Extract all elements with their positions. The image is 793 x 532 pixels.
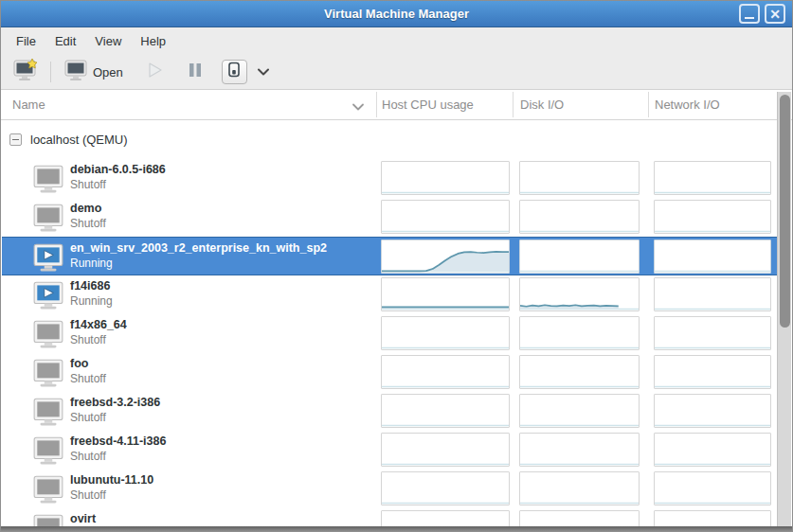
minimize-button[interactable] <box>739 4 760 24</box>
vm-row[interactable]: f14i686 Running <box>2 275 777 314</box>
menu-edit[interactable]: Edit <box>45 29 85 53</box>
vm-row[interactable]: f14x86_64 Shutoff <box>2 314 777 353</box>
window-resize-edge[interactable] <box>1 526 792 531</box>
vm-row[interactable]: freebsd-3.2-i386 Shutoff <box>2 392 777 431</box>
column-header-name[interactable]: Name <box>12 90 45 119</box>
shutdown-menu-button[interactable] <box>257 67 270 77</box>
titlebar[interactable]: Virtual Machine Manager ✕ <box>1 1 792 27</box>
column-header-disk[interactable]: Disk I/O <box>520 90 564 119</box>
disk-io-chart <box>519 239 640 274</box>
menu-view[interactable]: View <box>85 29 131 53</box>
vm-row[interactable]: foo Shutoff <box>2 353 777 392</box>
vm-state-icon <box>32 474 64 504</box>
vm-state-icon <box>32 358 64 387</box>
vm-state-icon <box>32 435 64 465</box>
cpu-usage-chart <box>381 239 510 274</box>
virtual-machine-manager-window: Virtual Machine Manager ✕ File Edit View… <box>0 0 793 532</box>
vm-name: freebsd-4.11-i386 <box>70 434 166 448</box>
column-header-network[interactable]: Network I/O <box>655 90 720 119</box>
vm-row[interactable]: en_win_srv_2003_r2_enterprise_kn_with_sp… <box>2 237 777 275</box>
cpu-usage-chart <box>381 433 510 467</box>
close-icon: ✕ <box>769 8 781 21</box>
vm-name: demo <box>70 202 101 215</box>
disk-io-chart <box>519 277 640 311</box>
vm-name: ovirt <box>70 512 96 525</box>
vm-status: Shutoff <box>70 488 106 502</box>
vm-name: f14i686 <box>70 279 110 293</box>
window-title: Virtual Machine Manager <box>324 7 469 21</box>
menu-help[interactable]: Help <box>131 29 175 53</box>
disk-io-chart <box>519 200 640 234</box>
vm-row[interactable]: lubunutu-11.10 Shutoff <box>2 470 777 508</box>
cpu-usage-chart <box>381 510 510 526</box>
disk-io-chart <box>519 471 640 505</box>
vm-status: Running <box>70 294 113 308</box>
network-io-chart <box>654 200 771 234</box>
disk-io-chart <box>519 394 640 428</box>
cpu-usage-chart <box>381 200 510 234</box>
cpu-usage-chart <box>381 355 510 389</box>
pause-button[interactable] <box>182 59 208 85</box>
vm-name: foo <box>70 357 88 370</box>
open-button-label: Open <box>93 65 123 80</box>
vm-name: f14x86_64 <box>70 318 127 331</box>
vm-row[interactable]: freebsd-4.11-i386 Shutoff <box>2 431 777 470</box>
vm-status: Shutoff <box>70 333 106 346</box>
shutdown-button[interactable] <box>222 60 247 84</box>
network-io-chart <box>654 277 771 311</box>
toolbar: Open <box>1 55 792 90</box>
pause-icon <box>186 61 205 83</box>
play-icon <box>144 60 165 84</box>
vm-status: Shutoff <box>70 217 106 230</box>
network-io-chart <box>654 433 771 467</box>
toolbar-separator <box>50 62 51 82</box>
host-label: localhost (QEMU) <box>30 133 128 147</box>
cpu-usage-chart <box>381 277 510 311</box>
close-button[interactable]: ✕ <box>765 4 785 24</box>
vm-list: localhost (QEMU) debian-6.0.5-i686 Shuto… <box>2 120 777 526</box>
vertical-scrollbar[interactable] <box>777 92 791 526</box>
sort-indicator-icon <box>351 98 365 115</box>
new-vm-icon <box>12 58 39 86</box>
network-io-chart <box>654 355 771 389</box>
vm-state-icon <box>32 319 64 348</box>
host-row-localhost[interactable]: localhost (QEMU) <box>2 120 777 159</box>
column-header-cpu[interactable]: Host CPU usage <box>382 90 474 119</box>
menu-file[interactable]: File <box>7 29 45 53</box>
vm-state-icon <box>32 164 64 193</box>
vm-state-icon <box>32 397 64 426</box>
vm-row[interactable]: debian-6.0.5-i686 Shutoff <box>2 159 777 198</box>
disk-io-chart <box>519 316 640 350</box>
vm-name: debian-6.0.5-i686 <box>70 163 166 176</box>
cpu-usage-chart <box>381 161 510 195</box>
scrollbar-thumb[interactable] <box>780 95 790 328</box>
network-io-chart <box>654 316 771 350</box>
open-vm-icon <box>63 59 88 85</box>
vm-name: en_win_srv_2003_r2_enterprise_kn_with_sp… <box>70 241 327 255</box>
disk-io-chart <box>519 161 640 195</box>
menubar: File Edit View Help <box>1 27 792 55</box>
disk-io-chart <box>519 510 640 526</box>
vm-status: Shutoff <box>70 411 106 424</box>
vm-row[interactable]: ovirt <box>2 508 777 526</box>
network-io-chart <box>654 161 771 195</box>
run-button[interactable] <box>140 58 169 86</box>
shutdown-icon <box>227 62 241 82</box>
chevron-down-icon <box>257 67 270 77</box>
column-header-row: Name Host CPU usage Disk I/O Network I/O <box>1 90 792 120</box>
vm-status: Shutoff <box>70 372 106 385</box>
minimize-icon <box>745 17 754 19</box>
disk-io-chart <box>519 433 640 467</box>
open-button[interactable]: Open <box>60 57 127 87</box>
vm-state-icon <box>32 280 64 310</box>
vm-row[interactable]: demo Shutoff <box>2 198 777 237</box>
network-io-chart <box>654 510 771 526</box>
vm-state-icon <box>32 513 64 526</box>
vm-state-icon <box>32 242 64 272</box>
collapse-expander-icon[interactable] <box>9 133 22 146</box>
new-vm-button[interactable] <box>9 56 43 88</box>
vm-status: Running <box>70 257 113 270</box>
cpu-usage-chart <box>381 316 510 350</box>
cpu-usage-chart <box>381 471 510 505</box>
disk-io-chart <box>519 355 640 389</box>
